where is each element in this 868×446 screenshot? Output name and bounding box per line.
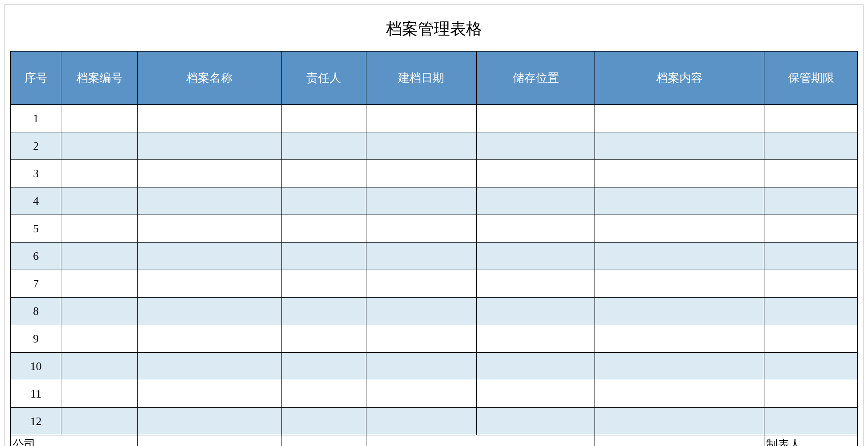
cell-name bbox=[137, 187, 281, 215]
cell-num bbox=[61, 160, 137, 187]
cell-num bbox=[61, 298, 137, 325]
cell-content bbox=[595, 105, 764, 132]
cell-period bbox=[764, 353, 858, 380]
table-row: 5 bbox=[11, 215, 858, 243]
cell-seq: 12 bbox=[11, 408, 61, 435]
footer-blank bbox=[138, 435, 282, 446]
cell-period bbox=[764, 270, 858, 298]
cell-period bbox=[764, 408, 858, 435]
cell-seq: 10 bbox=[11, 353, 61, 380]
records-table: 序号 档案编号 档案名称 责任人 建档日期 储存位置 档案内容 保管期限 123… bbox=[10, 51, 858, 435]
cell-owner bbox=[281, 353, 366, 380]
cell-period bbox=[764, 243, 858, 270]
cell-period bbox=[764, 325, 858, 353]
cell-content bbox=[595, 298, 764, 325]
cell-date bbox=[366, 243, 477, 270]
cell-num bbox=[61, 353, 137, 380]
cell-owner bbox=[281, 270, 366, 298]
footer-blank bbox=[595, 435, 764, 446]
cell-content bbox=[595, 160, 764, 187]
cell-loc bbox=[476, 243, 595, 270]
cell-date bbox=[366, 105, 477, 132]
col-header-owner: 责任人 bbox=[281, 52, 366, 105]
cell-date bbox=[366, 325, 477, 353]
document-container: 档案管理表格 序号 档案编号 档案名称 责任人 建档日期 储存位置 档案内容 保… bbox=[4, 4, 864, 446]
cell-name bbox=[137, 132, 281, 160]
col-header-num: 档案编号 bbox=[61, 52, 137, 105]
cell-content bbox=[595, 187, 764, 215]
cell-content bbox=[595, 380, 764, 408]
cell-date bbox=[366, 380, 477, 408]
cell-num bbox=[61, 270, 137, 298]
cell-loc bbox=[476, 105, 595, 132]
cell-period bbox=[764, 380, 858, 408]
cell-name bbox=[137, 270, 281, 298]
cell-name bbox=[137, 353, 281, 380]
cell-loc bbox=[476, 380, 595, 408]
cell-name bbox=[137, 243, 281, 270]
table-row: 7 bbox=[11, 270, 858, 298]
table-row: 6 bbox=[11, 243, 858, 270]
footer-blank bbox=[476, 435, 595, 446]
cell-seq: 11 bbox=[11, 380, 61, 408]
cell-seq: 6 bbox=[11, 243, 61, 270]
cell-content bbox=[595, 243, 764, 270]
table-header-row: 序号 档案编号 档案名称 责任人 建档日期 储存位置 档案内容 保管期限 bbox=[11, 52, 858, 105]
cell-owner bbox=[281, 325, 366, 353]
cell-num bbox=[61, 325, 137, 353]
cell-period bbox=[764, 160, 858, 187]
cell-name bbox=[137, 215, 281, 243]
cell-num bbox=[61, 380, 137, 408]
footer-blank bbox=[366, 435, 477, 446]
cell-seq: 5 bbox=[11, 215, 61, 243]
cell-content bbox=[595, 215, 764, 243]
col-header-date: 建档日期 bbox=[366, 52, 477, 105]
cell-date bbox=[366, 270, 477, 298]
cell-period bbox=[764, 132, 858, 160]
footer-company-label: 公司 bbox=[11, 435, 138, 446]
cell-content bbox=[595, 270, 764, 298]
footer-row: 公司 制表人 bbox=[10, 435, 858, 446]
cell-date bbox=[366, 298, 477, 325]
cell-period bbox=[764, 298, 858, 325]
cell-num bbox=[61, 215, 137, 243]
col-header-seq: 序号 bbox=[11, 52, 61, 105]
cell-loc bbox=[476, 298, 595, 325]
cell-date bbox=[366, 408, 477, 435]
cell-content bbox=[595, 353, 764, 380]
table-row: 2 bbox=[11, 132, 858, 160]
cell-name bbox=[137, 325, 281, 353]
cell-seq: 4 bbox=[11, 187, 61, 215]
cell-owner bbox=[281, 298, 366, 325]
cell-period bbox=[764, 105, 858, 132]
table-row: 8 bbox=[11, 298, 858, 325]
cell-period bbox=[764, 215, 858, 243]
cell-date bbox=[366, 353, 477, 380]
cell-loc bbox=[476, 408, 595, 435]
cell-loc bbox=[476, 353, 595, 380]
table-row: 11 bbox=[11, 380, 858, 408]
footer-blank bbox=[281, 435, 366, 446]
cell-loc bbox=[476, 325, 595, 353]
cell-owner bbox=[281, 408, 366, 435]
cell-owner bbox=[281, 380, 366, 408]
cell-seq: 8 bbox=[11, 298, 61, 325]
cell-loc bbox=[476, 270, 595, 298]
cell-seq: 3 bbox=[11, 160, 61, 187]
cell-date bbox=[366, 132, 477, 160]
footer-preparer-label: 制表人 bbox=[764, 435, 857, 446]
cell-loc bbox=[476, 215, 595, 243]
table-row: 3 bbox=[11, 160, 858, 187]
cell-num bbox=[61, 408, 137, 435]
cell-owner bbox=[281, 132, 366, 160]
cell-date bbox=[366, 187, 477, 215]
cell-num bbox=[61, 187, 137, 215]
cell-seq: 7 bbox=[11, 270, 61, 298]
cell-owner bbox=[281, 215, 366, 243]
cell-content bbox=[595, 325, 764, 353]
cell-name bbox=[137, 105, 281, 132]
cell-content bbox=[595, 408, 764, 435]
cell-seq: 1 bbox=[11, 105, 61, 132]
cell-owner bbox=[281, 160, 366, 187]
col-header-period: 保管期限 bbox=[764, 52, 858, 105]
